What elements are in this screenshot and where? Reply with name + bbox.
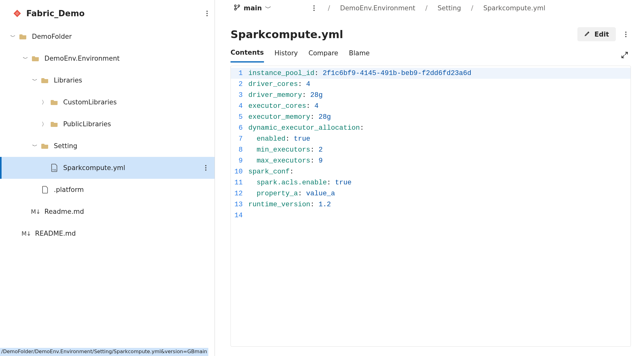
markdown-icon: M↓ [22, 230, 31, 237]
tab-blame[interactable]: Blame [349, 49, 370, 62]
tree-label: Libraries [54, 77, 82, 84]
fullscreen-icon[interactable] [621, 51, 628, 60]
markdown-icon: M↓ [31, 208, 40, 215]
breadcrumb-item[interactable]: DemoEnv.Environment [340, 4, 415, 12]
pencil-icon [584, 30, 591, 38]
edit-label: Edit [594, 31, 609, 38]
tree-label: DemoEnv.Environment [44, 55, 120, 62]
breadcrumb-sep: / [471, 4, 473, 12]
folder-icon [41, 143, 49, 149]
tree-item-libraries[interactable]: ﹀ Libraries [0, 69, 215, 91]
svg-point-3 [238, 5, 240, 7]
edit-button[interactable]: Edit [577, 27, 616, 41]
yml-file-icon: YML [50, 164, 59, 172]
tree-label: Sparkcompute.yml [63, 164, 125, 172]
tree-label: README.md [35, 230, 76, 237]
chevron-down-icon: ﹀ [9, 33, 16, 40]
tree-item-readme1[interactable]: M↓ Readme.md [0, 201, 215, 223]
chevron-down-icon: ﹀ [31, 143, 38, 150]
breadcrumb-item[interactable]: Setting [438, 4, 461, 12]
item-menu-icon[interactable] [203, 163, 208, 173]
tree-label: PublicLibraries [63, 120, 111, 128]
folder-icon [41, 77, 49, 83]
chevron-right-icon: 〉 [41, 99, 48, 106]
tree-item-readme2[interactable]: M↓ README.md [0, 223, 215, 244]
breadcrumb-menu-icon[interactable] [312, 3, 320, 13]
tree-item-demofolder[interactable]: ﹀ DemoFolder [0, 26, 215, 48]
chevron-down-icon: ﹀ [31, 77, 38, 84]
breadcrumb-item[interactable]: Sparkcompute.yml [483, 4, 545, 12]
tree-label: Setting [54, 142, 77, 150]
svg-text:YML: YML [52, 169, 57, 171]
tree-item-sparkcompute[interactable]: YML Sparkcompute.yml [0, 157, 215, 179]
breadcrumb: / DemoEnv.Environment / Setting / Sparkc… [328, 4, 545, 12]
tree-item-demoenv[interactable]: ﹀ DemoEnv.Environment [0, 48, 215, 69]
chevron-right-icon: 〉 [41, 121, 48, 128]
breadcrumb-sep: / [328, 4, 330, 12]
tab-history[interactable]: History [275, 49, 298, 62]
tree-item-publiclib[interactable]: 〉 PublicLibraries [0, 113, 215, 135]
folder-icon [19, 33, 28, 40]
tree-item-customlib[interactable]: 〉 CustomLibraries [0, 91, 215, 113]
tree-label: CustomLibraries [63, 98, 117, 106]
tab-compare[interactable]: Compare [308, 49, 338, 62]
tree-item-setting[interactable]: ﹀ Setting [0, 135, 215, 157]
tree-item-platform[interactable]: .platform [0, 179, 215, 201]
file-menu-icon[interactable] [623, 30, 628, 39]
tree-label: Readme.md [44, 208, 84, 215]
tab-contents[interactable]: Contents [231, 49, 264, 63]
chevron-down-icon: ﹀ [22, 55, 29, 62]
branch-selector[interactable]: main ﹀ [234, 4, 271, 13]
status-url: /DemoFolder/DemoEnv.Environment/Setting/… [0, 348, 208, 356]
folder-icon [50, 121, 59, 127]
repo-icon [13, 9, 22, 18]
tree-label: DemoFolder [32, 33, 72, 40]
branch-icon [234, 4, 241, 13]
breadcrumb-sep: / [425, 4, 428, 12]
svg-point-1 [235, 5, 236, 7]
folder-icon [50, 99, 59, 105]
tree-label: .platform [54, 186, 84, 193]
file-contents[interactable]: 1instance_pool_id: 2f1c6bf9-4145-491b-be… [231, 66, 631, 347]
chevron-down-icon: ﹀ [265, 4, 271, 13]
repo-menu-icon[interactable] [205, 9, 210, 18]
branch-name: main [244, 4, 262, 12]
folder-icon [31, 55, 40, 62]
page-title: Sparkcompute.yml [231, 28, 343, 41]
file-icon [41, 186, 49, 193]
repo-name: Fabric_Demo [26, 9, 85, 18]
